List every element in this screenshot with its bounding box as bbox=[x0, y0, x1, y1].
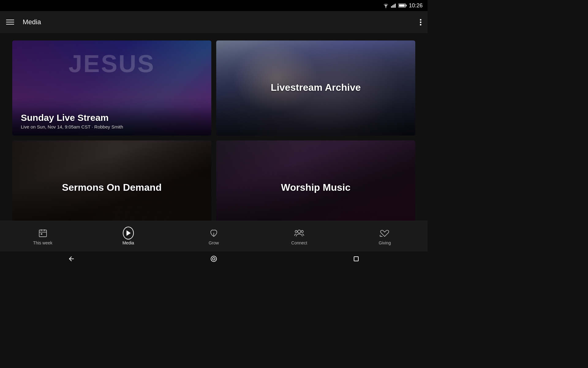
svg-rect-1 bbox=[391, 6, 392, 8]
sermons-title: Sermons On Demand bbox=[62, 182, 161, 193]
archive-card[interactable]: Livestream Archive bbox=[216, 40, 415, 136]
more-options-button[interactable] bbox=[420, 19, 421, 25]
nav-this-week-label: This week bbox=[33, 240, 52, 245]
svg-point-16 bbox=[301, 230, 303, 232]
svg-point-15 bbox=[295, 230, 297, 232]
nav-connect[interactable]: Connect bbox=[284, 228, 315, 245]
menu-button[interactable] bbox=[6, 20, 14, 25]
status-icons: 10:26 bbox=[383, 2, 423, 9]
sunday-live-subtitle: Live on Sun, Nov 14, 9:05am CST · Robbey… bbox=[21, 124, 203, 129]
wifi-icon bbox=[383, 3, 389, 8]
sunday-live-card[interactable]: Sunday Live Stream Live on Sun, Nov 14, … bbox=[12, 40, 211, 136]
bottom-nav: This week Media Grow bbox=[0, 221, 428, 251]
nav-this-week[interactable]: This week bbox=[28, 228, 58, 245]
giving-icon bbox=[379, 228, 390, 239]
nav-media-label: Media bbox=[123, 240, 134, 245]
status-bar: 10:26 bbox=[0, 0, 428, 11]
svg-rect-4 bbox=[395, 4, 396, 8]
nav-giving[interactable]: Giving bbox=[369, 228, 400, 245]
top-bar: Media bbox=[0, 11, 428, 33]
nav-connect-label: Connect bbox=[291, 240, 307, 245]
top-bar-left: Media bbox=[6, 18, 41, 26]
signal-icon bbox=[391, 3, 397, 8]
media-grid: Sunday Live Stream Live on Sun, Nov 14, … bbox=[0, 33, 428, 236]
calendar-icon bbox=[37, 228, 48, 239]
worship-title: Worship Music bbox=[281, 182, 351, 193]
nav-media[interactable]: Media bbox=[113, 228, 144, 245]
svg-rect-19 bbox=[354, 257, 358, 261]
svg-rect-8 bbox=[39, 230, 47, 237]
archive-overlay: Livestream Archive bbox=[216, 40, 415, 136]
nav-grow[interactable]: Grow bbox=[198, 228, 229, 245]
archive-title: Livestream Archive bbox=[271, 82, 361, 93]
nav-giving-label: Giving bbox=[379, 240, 391, 245]
svg-rect-2 bbox=[392, 5, 393, 8]
nav-grow-label: Grow bbox=[209, 240, 219, 245]
system-nav bbox=[0, 251, 428, 266]
svg-rect-3 bbox=[394, 4, 394, 8]
svg-point-0 bbox=[386, 7, 386, 8]
svg-rect-6 bbox=[399, 4, 405, 6]
svg-rect-7 bbox=[406, 5, 407, 6]
media-play-icon bbox=[123, 228, 134, 239]
grow-icon bbox=[208, 228, 219, 239]
sunday-live-title: Sunday Live Stream bbox=[21, 113, 203, 123]
recents-button[interactable] bbox=[351, 253, 362, 264]
connect-icon bbox=[294, 228, 305, 239]
status-time: 10:26 bbox=[409, 2, 423, 9]
svg-point-18 bbox=[213, 258, 215, 260]
svg-rect-12 bbox=[41, 233, 42, 235]
back-button[interactable] bbox=[66, 253, 77, 264]
svg-point-17 bbox=[211, 256, 217, 262]
home-button[interactable] bbox=[208, 253, 219, 264]
svg-point-14 bbox=[298, 230, 301, 233]
sunday-live-overlay: Sunday Live Stream Live on Sun, Nov 14, … bbox=[12, 106, 211, 136]
battery-icon bbox=[398, 3, 407, 8]
app-title: Media bbox=[23, 18, 41, 26]
